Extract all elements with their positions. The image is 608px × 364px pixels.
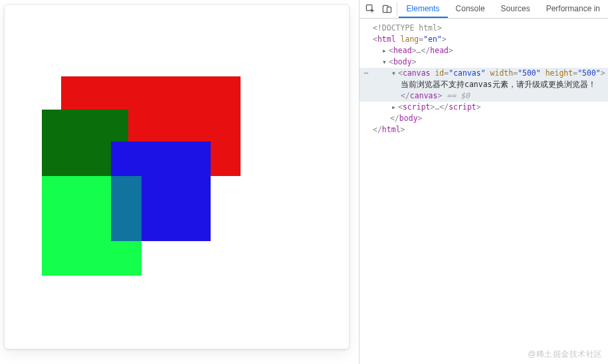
watermark-text: @稀土掘金技术社区	[528, 349, 603, 360]
inspect-element-icon[interactable]	[362, 0, 379, 18]
device-toolbar-icon[interactable]	[379, 0, 395, 18]
collapse-arrow-icon[interactable]: ▾	[391, 68, 398, 79]
tab-sources[interactable]: Sources	[493, 0, 538, 18]
dom-script[interactable]: ▸<script>…</script>	[359, 102, 608, 113]
page-card	[4, 4, 350, 349]
expand-arrow-icon[interactable]: ▸	[391, 102, 398, 113]
selected-line-marker-icon: ⋯	[359, 68, 373, 79]
tabbar-separator	[397, 3, 397, 15]
devtools-tabbar: Elements Console Sources Performance in	[359, 0, 608, 19]
dom-body-open[interactable]: ▾<body>	[359, 56, 608, 68]
dom-canvas-fallback-text[interactable]: 当前浏览器不支持canvas元素，请升级或更换浏览器！	[359, 79, 608, 90]
devtools-panel: Elements Console Sources Performance in …	[359, 0, 608, 364]
rect-blue-translucent	[111, 141, 211, 241]
app-root: Elements Console Sources Performance in …	[0, 0, 608, 364]
dom-html-open[interactable]: <html lang="en">	[359, 34, 608, 45]
collapse-arrow-icon[interactable]: ▾	[382, 56, 389, 68]
tab-console[interactable]: Console	[448, 0, 493, 18]
dom-canvas-close[interactable]: </canvas> == $0	[359, 90, 608, 102]
svg-rect-2	[387, 7, 391, 13]
dom-body-close[interactable]: </body>	[359, 113, 608, 124]
expand-arrow-icon[interactable]: ▸	[382, 45, 389, 56]
tab-elements[interactable]: Elements	[399, 0, 448, 18]
canvas-element[interactable]	[5, 5, 337, 337]
dom-doctype[interactable]: <!DOCTYPE html>	[359, 23, 608, 34]
tab-performance[interactable]: Performance in	[538, 0, 608, 18]
page-preview-panel	[0, 0, 359, 364]
dom-canvas-open[interactable]: ⋯ ▾<canvas id="canvas" width="500" heigh…	[359, 68, 608, 79]
dom-html-close[interactable]: </html>	[359, 124, 608, 136]
dom-head[interactable]: ▸<head>…</head>	[359, 45, 608, 56]
dom-tree[interactable]: <!DOCTYPE html> <html lang="en"> ▸<head>…	[359, 19, 608, 364]
